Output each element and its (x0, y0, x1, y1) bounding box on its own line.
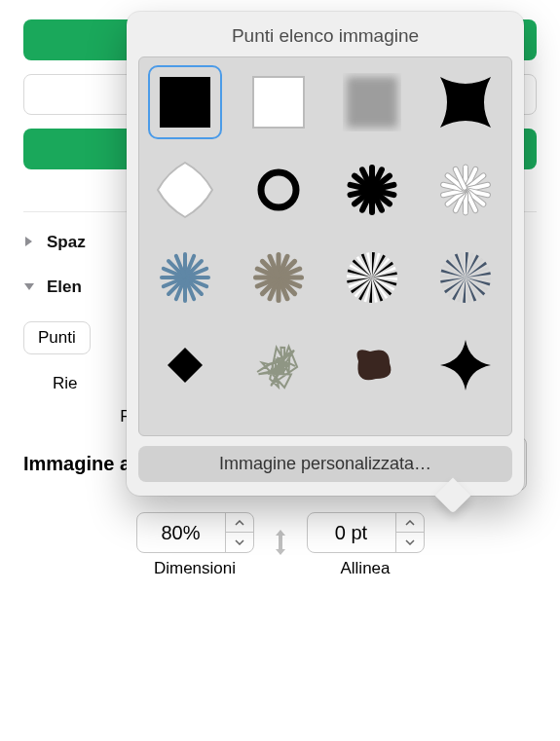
gray-square-soft-icon (343, 73, 401, 131)
bullet-option-black-square[interactable] (148, 65, 222, 139)
black-ring-icon (249, 161, 308, 219)
black-diamond-icon (156, 336, 214, 394)
chevron-right-icon (23, 232, 41, 252)
align-step-up[interactable] (396, 513, 424, 533)
dimension-step-down[interactable] (226, 533, 253, 552)
svg-rect-10 (160, 77, 210, 128)
dimension-stepper[interactable] (136, 512, 254, 553)
white-square-icon (249, 73, 308, 131)
bullet-option-black-ring[interactable] (242, 153, 316, 227)
align-step-down[interactable] (396, 533, 424, 552)
bullets-type-button[interactable]: Punti (23, 321, 91, 354)
black-sparkle-icon (436, 336, 495, 394)
bullet-option-black-starburst[interactable] (335, 153, 409, 227)
bullet-option-white-square[interactable] (242, 65, 316, 139)
align-stepper[interactable] (307, 512, 425, 553)
sunburst-bw-icon (343, 248, 401, 307)
bullet-option-blue-starburst[interactable] (148, 241, 222, 315)
chevron-down-icon (23, 277, 41, 297)
align-label: Allinea (340, 559, 390, 578)
black-starburst-icon (343, 161, 401, 219)
black-square-icon (156, 73, 214, 131)
custom-image-label: Immagine personalizzata… (219, 454, 431, 473)
scribble-gray-icon (249, 336, 308, 394)
white-starburst-icon (436, 161, 495, 219)
svg-point-13 (261, 172, 296, 207)
bullet-option-white-quatrefoil[interactable] (148, 153, 222, 227)
bullet-option-sunburst-bw[interactable] (335, 241, 409, 315)
bullet-option-taupe-starburst[interactable] (242, 241, 316, 315)
bullet-option-black-sparkle[interactable] (429, 328, 503, 402)
svg-rect-12 (347, 77, 397, 128)
black-quatrefoil-concave-icon (436, 73, 495, 131)
bullet-option-gray-square-soft[interactable] (335, 65, 409, 139)
taupe-starburst-icon (249, 248, 308, 307)
bullet-option-black-diamond[interactable] (148, 328, 222, 402)
list-section-label: Elen (47, 278, 82, 297)
bullets-type-label: Punti (38, 328, 76, 347)
spacing-label: Spaz (47, 233, 86, 252)
align-input[interactable] (308, 513, 395, 552)
brown-blob-icon (343, 336, 401, 394)
svg-rect-11 (253, 77, 304, 128)
custom-image-button[interactable]: Immagine personalizzata… (138, 446, 512, 482)
dimension-input[interactable] (137, 513, 225, 552)
image-bullets-popover: Punti elenco immagine Immagine personali… (127, 12, 524, 496)
bullet-option-white-starburst[interactable] (429, 153, 503, 227)
dimension-step-up[interactable] (226, 513, 253, 533)
sunburst-slate-icon (436, 248, 495, 307)
bullet-option-sunburst-slate[interactable] (429, 241, 503, 315)
blue-starburst-icon (156, 248, 214, 307)
bullet-option-black-quatrefoil-concave[interactable] (429, 65, 503, 139)
bullet-option-scribble-gray[interactable] (242, 328, 316, 402)
popover-title: Punti elenco immagine (127, 12, 524, 56)
bullet-option-brown-blob[interactable] (335, 328, 409, 402)
dimension-label: Dimensioni (154, 559, 236, 578)
vertical-align-icon (272, 528, 289, 563)
bullet-grid (138, 56, 512, 436)
white-quatrefoil-icon (156, 161, 214, 219)
